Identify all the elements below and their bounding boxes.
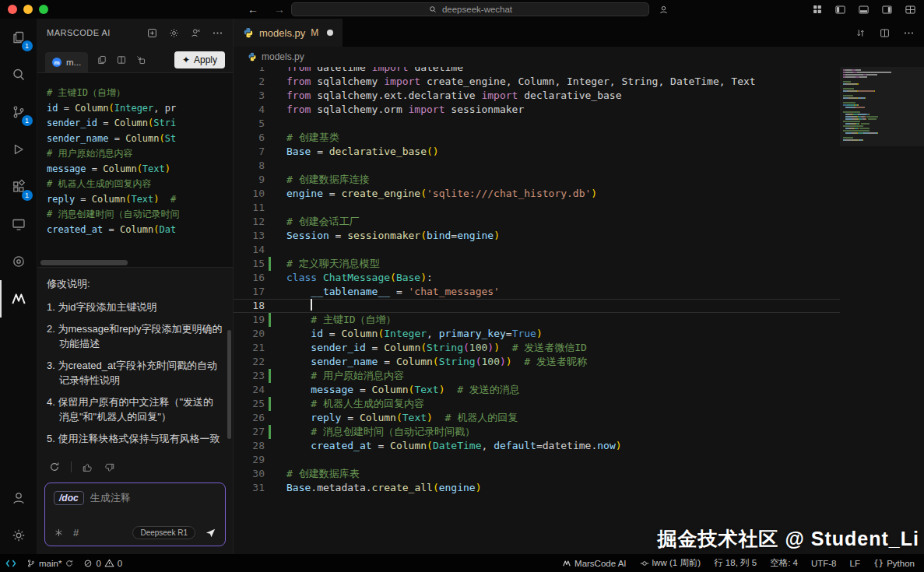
minimap-line [843, 121, 921, 122]
sidebar-item-source-control[interactable]: 1 [0, 93, 37, 131]
apply-button[interactable]: ✦ Apply [174, 51, 225, 68]
sidebar-scrollbar[interactable] [227, 330, 231, 439]
chat-input-text[interactable]: 生成注释 [90, 491, 131, 505]
minimap-line [843, 79, 921, 80]
code-line[interactable]: 5 [234, 117, 924, 131]
code-line[interactable]: 17 __tablename__ = 'chat_messages' [234, 285, 924, 299]
model-badge[interactable]: Deepseek R1 [132, 526, 195, 539]
note-item: 2. 为message和reply字段添加更明确的功能描述 [47, 321, 223, 351]
language-mode-status[interactable]: {} Python [873, 558, 915, 568]
toggle-sidebar-left-icon[interactable] [834, 4, 846, 16]
code-line[interactable]: 6# 创建基类 [234, 131, 924, 145]
command-chip[interactable]: /doc [54, 491, 84, 505]
code-line[interactable]: 8 [234, 159, 924, 173]
snippet-tab[interactable]: m m... [45, 52, 88, 72]
remote-indicator[interactable] [5, 557, 17, 570]
hash-icon[interactable]: # [73, 527, 79, 539]
code-line[interactable]: 31Base.metadata.create_all(engine) [234, 481, 924, 495]
chat-input-box[interactable]: /doc 生成注释 # Deepseek R1 [44, 483, 226, 546]
thumbs-down-icon[interactable] [104, 461, 115, 473]
code-line[interactable]: 22 sender_name = Column(String(100)) # 发… [234, 355, 924, 369]
marscode-status[interactable]: MarsCode AI [562, 559, 626, 568]
code-line[interactable]: 1from datetime import datetime [234, 67, 924, 75]
regenerate-icon[interactable] [48, 461, 61, 473]
code-line[interactable]: 4from sqlalchemy.orm import sessionmaker [234, 103, 924, 117]
code-line[interactable]: 14 [234, 243, 924, 257]
code-line[interactable]: 11 [234, 201, 924, 215]
sidebar-item-settings[interactable] [0, 517, 37, 554]
minimap[interactable] [840, 67, 924, 554]
command-center-search[interactable]: deepseek-wechat [291, 2, 649, 16]
sidebar-item-search[interactable] [0, 56, 37, 93]
code-editor[interactable]: 1from datetime import datetime2from sqla… [234, 67, 924, 554]
code-line[interactable]: 18 [234, 299, 924, 313]
copy-icon[interactable] [97, 54, 107, 65]
code-line[interactable]: 20 id = Column(Integer, primary_key=True… [234, 327, 924, 341]
code-line[interactable]: 23 # 用户原始消息内容 [234, 369, 924, 383]
sidebar-item-marscode[interactable] [0, 280, 37, 318]
code-line[interactable]: 3from sqlalchemy.ext.declarative import … [234, 89, 924, 103]
toggle-panel-icon[interactable] [858, 4, 870, 16]
code-preview[interactable]: # 主键ID（自增）id = Column(Integer, prsender_… [37, 73, 233, 268]
git-branch-status[interactable]: main* [26, 559, 74, 568]
code-line[interactable]: 16class ChatMessage(Base): [234, 271, 924, 285]
new-chat-icon[interactable] [146, 27, 158, 39]
code-line[interactable]: 10engine = create_engine('sqlite:///chat… [234, 187, 924, 201]
code-line[interactable]: 26 reply = Column(Text) # 机器人的回复 [234, 411, 924, 425]
indentation-status[interactable]: 空格: 4 [770, 557, 798, 569]
code-line[interactable]: 9# 创建数据库连接 [234, 173, 924, 187]
sidebar-item-record[interactable] [0, 243, 37, 280]
compare-changes-icon[interactable] [855, 27, 866, 39]
sidebar-item-extensions[interactable]: 1 [0, 168, 37, 205]
send-icon[interactable] [205, 527, 216, 539]
sidebar-item-account[interactable] [0, 479, 37, 517]
more-icon[interactable] [212, 27, 223, 39]
code-line[interactable]: 15# 定义聊天消息模型 [234, 257, 924, 271]
problems-status[interactable]: 0 0 [83, 558, 122, 568]
code-line[interactable]: 27 # 消息创建时间（自动记录时间戳） [234, 425, 924, 439]
unsaved-dot[interactable] [327, 30, 333, 36]
preview-hscrollbar[interactable] [40, 260, 128, 265]
diff-icon[interactable] [116, 54, 127, 65]
split-editor-icon[interactable] [879, 27, 891, 39]
code-line[interactable]: 28 created_at = Column(DateTime, default… [234, 439, 924, 453]
more-actions-icon[interactable] [903, 27, 915, 39]
back-arrow-icon[interactable]: ← [248, 3, 258, 16]
code-line[interactable]: 13Session = sessionmaker(bind=engine) [234, 229, 924, 243]
code-line[interactable]: 29 [234, 453, 924, 467]
minimap-line [843, 132, 921, 134]
minimap-line [843, 102, 921, 104]
code-line[interactable]: 25 # 机器人生成的回复内容 [234, 397, 924, 411]
code-line[interactable]: 7Base = declarative_base() [234, 145, 924, 159]
minimize-window-button[interactable] [23, 5, 33, 14]
sidebar-item-explorer[interactable]: 1 [0, 19, 37, 56]
code-line[interactable]: 24 message = Column(Text) # 发送的消息 [234, 383, 924, 397]
code-line[interactable]: 21 sender_id = Column(String(100)) # 发送者… [234, 341, 924, 355]
sidebar-item-run-debug[interactable] [0, 131, 37, 168]
gear-icon[interactable] [168, 27, 180, 39]
assistant-icon[interactable] [658, 4, 669, 16]
thumbs-up-icon[interactable] [82, 461, 93, 473]
eol-status[interactable]: LF [850, 559, 860, 568]
code-line[interactable]: 30# 创建数据库表 [234, 467, 924, 481]
toggle-sidebar-right-icon[interactable] [881, 4, 893, 16]
maximize-window-button[interactable] [39, 5, 48, 14]
breadcrumb[interactable]: models.py [234, 47, 924, 67]
close-window-button[interactable] [8, 5, 17, 14]
customize-layout-icon[interactable] [905, 4, 916, 16]
minimap-line [843, 88, 921, 89]
code-line[interactable]: 2from sqlalchemy import create_engine, C… [234, 75, 924, 89]
grid-dots-icon[interactable] [812, 4, 823, 15]
insert-icon[interactable] [135, 54, 146, 65]
tab-models-py[interactable]: models.py M [234, 19, 343, 47]
sparkle-icon[interactable] [54, 528, 64, 538]
git-blame-status[interactable]: lww (1 周前) [640, 557, 701, 569]
code-line[interactable]: 12# 创建会话工厂 [234, 215, 924, 229]
sidebar-item-remote-explorer[interactable] [0, 205, 37, 243]
forward-arrow-icon[interactable]: → [274, 3, 285, 16]
code-line[interactable]: 19 # 主键ID（自增） [234, 313, 924, 327]
cursor-position-status[interactable]: 行 18, 列 5 [714, 557, 757, 569]
encoding-status[interactable]: UTF-8 [811, 559, 837, 568]
explorer-badge: 1 [22, 40, 33, 51]
agent-icon[interactable] [190, 27, 202, 39]
